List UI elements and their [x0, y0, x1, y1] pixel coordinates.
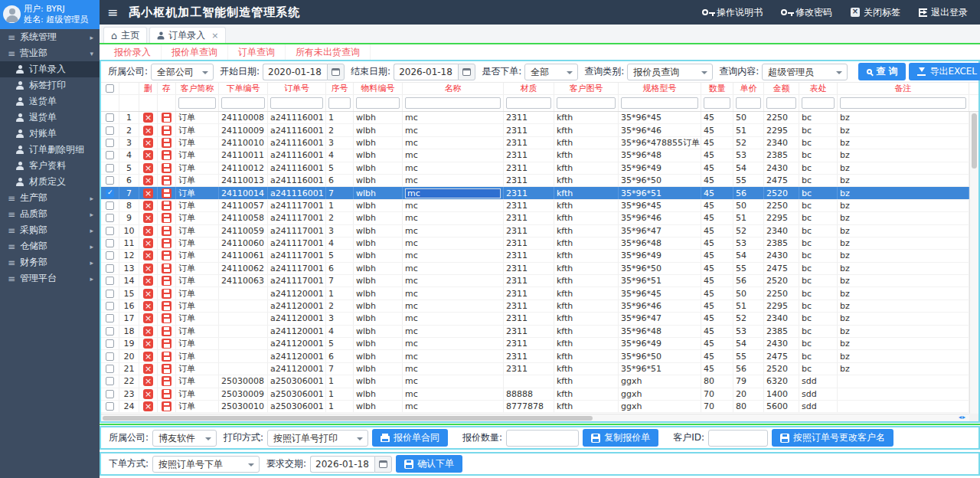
table-row[interactable]: 24订单25030010a2503060011wlbhmc8777878kfth… — [101, 401, 969, 413]
sidebar-item-order-delete-detail[interactable]: 订单删除明细 — [0, 142, 100, 158]
table-row[interactable]: 18订单a2411200014wlbhmc2311kfth35*96*48455… — [101, 326, 969, 338]
sidebar-item-system-mgmt[interactable]: ≡系统管理▸ — [0, 29, 100, 45]
subtab-quote-query[interactable]: 报价单查询 — [162, 44, 228, 60]
logout-button[interactable]: 退出登录 — [919, 6, 968, 19]
save-row-icon[interactable] — [162, 264, 172, 273]
query-category-select[interactable]: 报价员查询 — [627, 64, 713, 80]
delete-row-icon[interactable] — [143, 352, 153, 362]
delete-row-icon[interactable] — [143, 289, 153, 299]
filter-name-input[interactable] — [405, 97, 501, 109]
table-row[interactable]: 6订单24110013a2411160016wlbhmc2311kfth35*9… — [101, 175, 969, 187]
print-company-select[interactable]: 博友软件 — [152, 430, 217, 447]
save-row-icon[interactable] — [162, 238, 172, 248]
name-edit-input[interactable]: mc — [405, 188, 501, 198]
sidebar-item-quality-dept[interactable]: ≡品质部▸ — [0, 206, 100, 222]
save-row-icon[interactable] — [162, 352, 172, 362]
sidebar-item-customer-info[interactable]: 客户资料 — [0, 158, 100, 174]
delete-row-icon[interactable] — [143, 163, 153, 173]
table-row[interactable]: 13订单24110062a2411170016wlbhmc2311kfth35*… — [101, 263, 969, 275]
company-select[interactable]: 全部公司 — [151, 64, 214, 80]
delete-row-icon[interactable] — [143, 126, 153, 136]
row-checkbox[interactable] — [106, 239, 114, 247]
save-row-icon[interactable] — [162, 213, 172, 223]
table-row[interactable]: 21订单a2411200017wlbhmc2311kfth35*96*51455… — [101, 363, 969, 375]
row-checkbox[interactable] — [106, 164, 114, 172]
delete-row-icon[interactable] — [143, 326, 153, 336]
sidebar-item-material-define[interactable]: 材质定义 — [0, 174, 100, 190]
start-date-input[interactable]: 2020-01-18 — [263, 64, 327, 80]
save-row-icon[interactable] — [162, 401, 172, 411]
table-row[interactable]: 5订单24110012a2411160015wlbhmc2311kfth35*9… — [101, 162, 969, 175]
table-row[interactable]: 8订单24110057a2411170011wlbhmc2311kfth35*9… — [101, 200, 969, 212]
sidebar-item-sales-dept[interactable]: ≡营业部▾ — [0, 45, 100, 61]
subtab-quote-entry[interactable]: 报价录入 — [104, 44, 162, 60]
sidebar-item-statement[interactable]: 对账单 — [0, 126, 100, 142]
delete-row-icon[interactable] — [143, 301, 153, 311]
sidebar-item-order-entry[interactable]: 订单录入 — [0, 61, 100, 77]
row-checkbox[interactable] — [106, 365, 114, 373]
filter-customer-drawing-input[interactable] — [557, 97, 616, 109]
delete-row-icon[interactable] — [143, 188, 153, 198]
save-row-icon[interactable] — [162, 364, 172, 374]
filter-customer-abbr-input[interactable] — [178, 97, 216, 109]
delete-row-icon[interactable] — [143, 339, 153, 349]
search-button[interactable]: 查 询 — [858, 63, 906, 80]
row-checkbox[interactable] — [106, 139, 114, 147]
quote-contract-button[interactable]: 报价单合同 — [372, 429, 448, 447]
delete-row-icon[interactable] — [143, 213, 153, 223]
row-checkbox[interactable] — [106, 314, 114, 322]
table-row[interactable]: 3订单24110010a2411160013wlbhmc2311kfth35*9… — [101, 137, 969, 149]
delete-row-icon[interactable] — [143, 313, 153, 323]
table-row[interactable]: 16订单a2411200012wlbhmc2311kfth35*96*46455… — [101, 300, 969, 313]
rename-customer-button[interactable]: 按照订单号更改客户名 — [772, 429, 893, 447]
sidebar-item-production-dept[interactable]: ≡生产部▸ — [0, 190, 100, 206]
table-row[interactable]: 7订单24110014a2411160017wlbhmc2311kfth35*9… — [101, 187, 969, 199]
tab-close-icon[interactable]: × — [211, 31, 218, 41]
delete-row-icon[interactable] — [143, 401, 153, 411]
delete-row-icon[interactable] — [143, 264, 153, 273]
sidebar-item-warehouse-dept[interactable]: ≡仓储部▸ — [0, 238, 100, 254]
vertical-scrollbar-thumb[interactable] — [972, 113, 977, 169]
filter-bill-no-input[interactable] — [270, 97, 323, 109]
table-row[interactable]: 1订单24110008a2411160011wlbhmc2311kfth35*9… — [101, 112, 969, 124]
row-checkbox[interactable] — [106, 339, 114, 348]
table-row[interactable]: 10订单24110059a2411170013wlbhmc2311kfth35*… — [101, 225, 969, 237]
table-row[interactable]: 2订单24110009a2411160012wlbhmc2311kfth35*9… — [101, 124, 969, 136]
row-checkbox[interactable] — [106, 126, 114, 135]
customer-id-input[interactable] — [708, 430, 768, 447]
delete-row-icon[interactable] — [143, 376, 153, 386]
change-password-button[interactable]: 修改密码 — [781, 6, 832, 19]
row-checkbox[interactable] — [106, 251, 114, 260]
table-row[interactable]: 15订单a2411200011wlbhmc2311kfth35*96*45455… — [101, 287, 969, 300]
table-row[interactable]: 20订单a2411200016wlbhmc2311kfth35*96*50455… — [101, 350, 969, 362]
vertical-scrollbar[interactable] — [969, 112, 978, 414]
delete-row-icon[interactable] — [143, 238, 153, 248]
tab-order-entry[interactable]: 订单录入 × — [149, 27, 226, 43]
filter-spec-model-input[interactable] — [621, 97, 698, 109]
delete-row-icon[interactable] — [143, 201, 153, 211]
row-checkbox[interactable] — [106, 214, 114, 222]
sidebar-item-purchasing-dept[interactable]: ≡采购部▸ — [0, 222, 100, 238]
row-checkbox[interactable] — [106, 227, 114, 235]
row-checkbox[interactable] — [106, 264, 114, 273]
query-content-select[interactable]: 超级管理员 — [762, 64, 848, 80]
save-row-icon[interactable] — [162, 201, 172, 211]
save-row-icon[interactable] — [162, 376, 172, 386]
delete-row-icon[interactable] — [143, 364, 153, 374]
table-row[interactable]: 9订单24110058a2411170012wlbhmc2311kfth35*9… — [101, 212, 969, 224]
save-row-icon[interactable] — [162, 326, 172, 336]
filter-remark-input[interactable] — [840, 97, 966, 109]
save-row-icon[interactable] — [162, 175, 172, 185]
row-checkbox[interactable] — [106, 402, 114, 411]
save-row-icon[interactable] — [162, 163, 172, 173]
filter-unit-price-input[interactable] — [736, 97, 761, 109]
subtab-all-undelivered-query[interactable]: 所有未出货查询 — [286, 44, 371, 60]
deadline-calendar-button[interactable] — [374, 456, 392, 473]
delete-row-icon[interactable] — [143, 276, 153, 286]
sidebar-item-delivery-note[interactable]: 送货单 — [0, 93, 100, 110]
print-mode-select[interactable]: 按照订单号打印 — [267, 430, 368, 447]
delete-row-icon[interactable] — [143, 250, 153, 260]
delete-row-icon[interactable] — [143, 389, 153, 399]
delete-row-icon[interactable] — [143, 150, 153, 160]
start-date-calendar-button[interactable] — [327, 64, 345, 80]
